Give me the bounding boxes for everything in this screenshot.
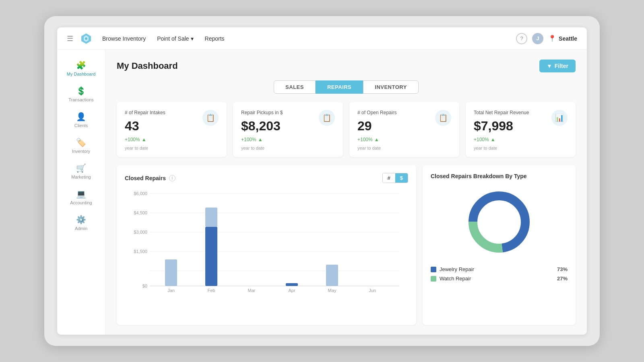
nav-right: ? J 📍 Seattle [516, 33, 577, 44]
location-label: Seattle [559, 35, 577, 42]
repair-pickups-period: year to date [241, 146, 335, 150]
accounting-icon: 💻 [76, 189, 86, 199]
svg-text:Jun: Jun [369, 288, 376, 293]
svg-text:Feb: Feb [208, 288, 215, 293]
watch-pct: 27% [557, 276, 568, 282]
legend-jewelry-left: Jewelry Repair [431, 266, 474, 272]
sidebar-item-dashboard[interactable]: 🧩 My Dashboard [57, 56, 105, 80]
location-pin-icon: 📍 [548, 35, 556, 42]
filter-icon: ▼ [547, 63, 552, 69]
tab-sales[interactable]: SALES [274, 80, 316, 94]
legend-jewelry: Jewelry Repair 73% [431, 266, 568, 272]
repair-intakes-change: +100% ▲ [125, 137, 219, 142]
open-repairs-icon: 📋 [435, 110, 451, 126]
svg-rect-16 [205, 208, 217, 227]
app-body: 🧩 My Dashboard 💲 Transactions 👤 Clients … [57, 50, 587, 335]
svg-text:$0: $0 [142, 284, 147, 288]
help-button[interactable]: ? [516, 33, 527, 44]
svg-text:$6,000: $6,000 [134, 191, 147, 196]
arrow-up-icon: ▲ [258, 137, 263, 142]
svg-text:Jan: Jan [167, 288, 175, 293]
nav-links: Browse Inventory Point of Sale ▾ Reports [102, 35, 516, 42]
chart-title-row: Closed Repairs i [125, 175, 175, 181]
closed-repairs-chart-card: Closed Repairs i # $ [117, 165, 416, 325]
sidebar: 🧩 My Dashboard 💲 Transactions 👤 Clients … [57, 50, 105, 335]
repair-intakes-icon: 📋 [202, 110, 219, 126]
info-icon[interactable]: i [169, 175, 175, 181]
filter-button[interactable]: ▼ Filter [539, 60, 576, 72]
sidebar-label-transactions: Transactions [68, 97, 94, 102]
stat-card-repair-intakes: # of Repair Intakes 43 +100% ▲ year to d… [117, 102, 227, 157]
tabs-row: SALES REPAIRS INVENTORY [117, 80, 576, 94]
stat-card-open-repairs: # of Open Repairs 29 +100% ▲ year to dat… [349, 102, 459, 157]
sidebar-label-admin: Admin [75, 226, 87, 231]
jewelry-color-dot [431, 267, 436, 272]
sidebar-item-accounting[interactable]: 💻 Accounting [57, 185, 105, 209]
svg-point-27 [478, 201, 520, 243]
user-avatar[interactable]: J [532, 33, 543, 44]
arrow-up-icon: ▲ [142, 137, 147, 142]
stat-cards: # of Repair Intakes 43 +100% ▲ year to d… [117, 102, 576, 157]
svg-rect-14 [165, 259, 177, 286]
repair-pickups-icon: 📋 [319, 110, 335, 126]
toggle-count-btn[interactable]: # [383, 173, 395, 183]
hamburger-icon[interactable]: ☰ [67, 34, 73, 43]
donut-svg [463, 186, 535, 258]
legend-watch: Watch Repair 27% [431, 276, 568, 282]
sidebar-item-admin[interactable]: ⚙️ Admin [57, 211, 105, 235]
admin-icon: ⚙️ [76, 215, 86, 224]
page-header: My Dashboard ▼ Filter [117, 60, 576, 72]
nav-reports[interactable]: Reports [205, 35, 225, 42]
repair-intakes-period: year to date [125, 146, 219, 150]
jewelry-pct: 73% [557, 266, 568, 272]
svg-rect-17 [286, 283, 298, 286]
nav-browse-inventory[interactable]: Browse Inventory [102, 35, 146, 42]
sidebar-item-marketing[interactable]: 🛒 Marketing [57, 159, 105, 183]
arrow-up-icon: ▲ [374, 137, 379, 142]
svg-point-2 [85, 37, 87, 40]
closed-repairs-title: Closed Repairs [125, 175, 166, 181]
arrow-up-icon: ▲ [491, 137, 495, 142]
bar-chart-svg: $6,000 $4,500 $3,000 $1,500 $0 [125, 189, 408, 294]
svg-text:Mar: Mar [248, 288, 256, 293]
sidebar-label-dashboard: My Dashboard [67, 72, 96, 76]
svg-text:$1,500: $1,500 [134, 249, 147, 254]
legend-row: Jewelry Repair 73% Watch Repair 27% [431, 266, 568, 282]
sidebar-label-inventory: Inventory [72, 149, 90, 154]
dashboard-icon: 🧩 [76, 60, 86, 70]
net-revenue-period: year to date [474, 146, 568, 150]
net-revenue-change: +100% ▲ [474, 137, 568, 142]
tab-inventory[interactable]: INVENTORY [363, 80, 419, 94]
tab-repairs[interactable]: REPAIRS [316, 80, 363, 94]
stat-card-repair-pickups: Repair Pickups in $ $8,203 +100% ▲ year … [233, 102, 343, 157]
device-frame: ☰ Browse Inventory Point of Sale ▾ Repor… [44, 16, 600, 346]
sidebar-item-clients[interactable]: 👤 Clients [57, 108, 105, 132]
svg-rect-15 [205, 227, 217, 286]
sidebar-label-clients: Clients [74, 123, 88, 128]
open-repairs-change: +100% ▲ [357, 137, 451, 142]
svg-text:$3,000: $3,000 [134, 230, 147, 234]
watch-label: Watch Repair [440, 276, 471, 282]
filter-label: Filter [555, 63, 568, 69]
charts-row: Closed Repairs i # $ [117, 165, 576, 325]
location-selector[interactable]: 📍 Seattle [548, 35, 577, 42]
transactions-icon: 💲 [76, 86, 86, 96]
app-window: ☰ Browse Inventory Point of Sale ▾ Repor… [57, 27, 587, 335]
sidebar-item-inventory[interactable]: 🏷️ Inventory [57, 134, 105, 158]
inventory-icon: 🏷️ [76, 138, 86, 147]
svg-text:May: May [328, 288, 336, 293]
clients-icon: 👤 [76, 112, 86, 121]
open-repairs-period: year to date [357, 146, 451, 150]
top-nav: ☰ Browse Inventory Point of Sale ▾ Repor… [57, 27, 587, 50]
toggle-dollar-btn[interactable]: $ [395, 173, 408, 183]
nav-point-of-sale[interactable]: Point of Sale ▾ [157, 35, 193, 42]
watch-color-dot [431, 276, 436, 282]
donut-wrap [431, 186, 568, 258]
bar-chart-area: $6,000 $4,500 $3,000 $1,500 $0 [125, 189, 408, 294]
dropdown-arrow-icon: ▾ [191, 35, 194, 42]
sidebar-label-accounting: Accounting [70, 200, 92, 205]
chart-toggle: # $ [382, 173, 408, 183]
legend-watch-left: Watch Repair [431, 276, 471, 282]
chart-header: Closed Repairs i # $ [125, 173, 408, 183]
sidebar-item-transactions[interactable]: 💲 Transactions [57, 82, 105, 106]
